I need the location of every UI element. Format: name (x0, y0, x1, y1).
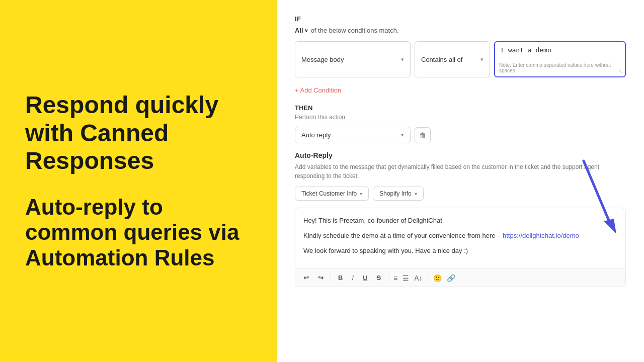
action-row: Auto reply ▾ 🗑 (295, 127, 626, 143)
toolbar-divider-2 (388, 274, 388, 282)
condition-builder: Message body ▾ Contains all of ▾ I want … (295, 41, 626, 77)
then-label: THEN (295, 104, 626, 112)
link-icon[interactable]: 🔗 (447, 274, 455, 282)
if-label: IF (295, 15, 626, 23)
strikethrough-button[interactable]: S (374, 273, 383, 283)
variables-row: Ticket Customer Info ▾ Shopify Info ▾ (295, 187, 626, 201)
conditions-row: All ∨ of the below conditions match. (295, 27, 626, 34)
perform-action-label: Perform this action (295, 114, 626, 121)
value-input-wrapper: I want a demo Note: Enter comma separate… (494, 41, 626, 77)
auto-reply-label: Auto reply (301, 131, 331, 139)
left-content: Respond quickly with Canned Responses Au… (25, 91, 252, 270)
message-line1: Hey! This is Preetam, co-founder of Deli… (303, 215, 617, 226)
message-line3: We look forward to speaking with you. Ha… (303, 245, 617, 256)
message-editor: Hey! This is Preetam, co-founder of Deli… (295, 208, 626, 287)
conditions-suffix: of the below conditions match. (311, 27, 399, 34)
contains-label: Contains all of (421, 56, 462, 63)
delete-action-button[interactable]: 🗑 (415, 127, 431, 143)
shopify-info-label: Shopify Info (379, 190, 411, 197)
toolbar-divider-1 (331, 274, 331, 282)
right-panel: IF All ∨ of the below conditions match. … (277, 0, 644, 362)
value-input[interactable]: I want a demo (500, 46, 620, 62)
list-icon[interactable]: ☰ (403, 274, 409, 282)
contains-all-of-dropdown[interactable]: Contains all of ▾ (415, 41, 490, 77)
auto-reply-dropdown[interactable]: Auto reply ▾ (295, 127, 411, 143)
undo-button[interactable]: ↩ (301, 273, 311, 283)
toolbar-divider-3 (428, 274, 428, 282)
trash-icon: 🗑 (419, 131, 426, 139)
redo-button[interactable]: ↪ (316, 273, 326, 283)
textarea-note: Note: Enter comma separated values here … (499, 62, 621, 73)
heading-auto-reply: Auto-reply to common queries via Automat… (25, 195, 252, 271)
message-body-chevron-icon: ▾ (401, 56, 404, 63)
shopify-info-button[interactable]: Shopify Info ▾ (373, 187, 423, 201)
message-body-label: Message body (301, 56, 344, 63)
message-body-dropdown[interactable]: Message body ▾ (295, 41, 411, 77)
align-icon[interactable]: ≡ (393, 274, 397, 282)
ticket-info-chevron-icon: ▾ (360, 191, 362, 197)
message-line2: Kindly schedule the demo at a time of yo… (303, 230, 617, 241)
font-size-icon[interactable]: A↕ (414, 274, 422, 282)
ticket-customer-info-label: Ticket Customer Info (301, 190, 357, 197)
underline-button[interactable]: U (361, 273, 369, 283)
resize-handle-icon: ⤡ (618, 69, 623, 74)
heading-canned-responses: Respond quickly with Canned Responses (25, 91, 252, 174)
auto-reply-title: Auto-Reply (295, 151, 626, 159)
left-panel: Respond quickly with Canned Responses Au… (0, 0, 277, 362)
all-chevron-icon: ∨ (304, 28, 308, 33)
all-dropdown[interactable]: All ∨ (295, 27, 308, 34)
auto-reply-chevron-icon: ▾ (401, 132, 404, 138)
editor-toolbar: ↩ ↪ B I U S ≡ ☰ A↕ 🙂 🔗 (295, 268, 625, 287)
italic-button[interactable]: I (350, 273, 356, 283)
add-condition-link[interactable]: + Add Condition (295, 86, 341, 94)
message-line2-prefix: Kindly schedule the demo at a time of yo… (303, 232, 503, 239)
message-body-area[interactable]: Hey! This is Preetam, co-founder of Deli… (295, 208, 625, 268)
bold-button[interactable]: B (336, 273, 345, 283)
emoji-icon[interactable]: 🙂 (433, 274, 442, 282)
demo-link[interactable]: https://delightchat.io/demo (503, 232, 579, 239)
shopify-info-chevron-icon: ▾ (415, 191, 417, 197)
contains-chevron-icon: ▾ (480, 56, 484, 63)
auto-reply-desc: Add variables to the message that get dy… (295, 162, 626, 180)
ticket-customer-info-button[interactable]: Ticket Customer Info ▾ (295, 187, 369, 201)
auto-reply-section: Auto-Reply Add variables to the message … (295, 151, 626, 201)
